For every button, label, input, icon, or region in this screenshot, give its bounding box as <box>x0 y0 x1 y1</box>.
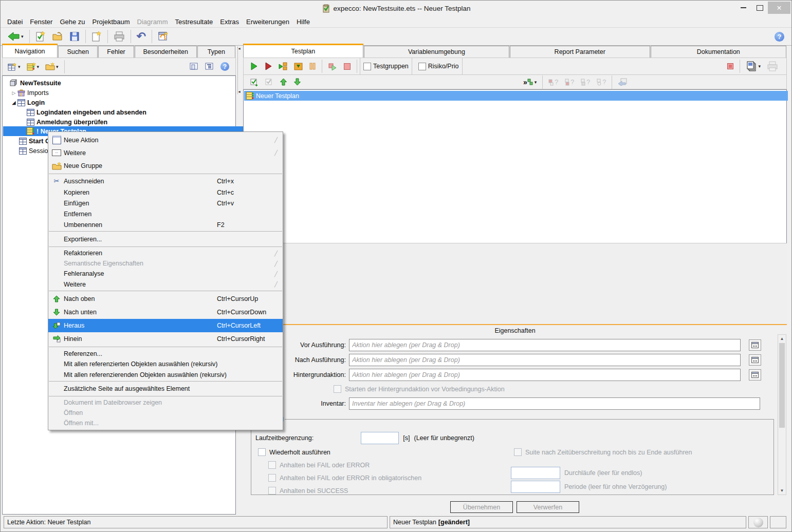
new-testplan-dropdown-icon[interactable]: ▾ <box>37 64 40 69</box>
new-group-button[interactable]: ▾ <box>42 59 62 74</box>
move-down-button[interactable] <box>290 74 304 90</box>
query-state-1-button[interactable]: ? <box>545 74 561 90</box>
cm-ausschneiden[interactable]: ✂ Ausschneiden Ctrl+x <box>48 175 283 187</box>
cm-referenzen[interactable]: Referenzen... <box>48 348 283 359</box>
tab-typen[interactable]: Typen <box>197 46 235 58</box>
cm-umbenennen[interactable]: Umbenennen F2 <box>48 219 283 230</box>
tab-variablenumgebung[interactable]: Variablenumgebung <box>364 46 509 58</box>
tree-item-root[interactable]: NewTestsuite <box>3 78 241 88</box>
halt-fail-oblig-checkbox[interactable] <box>268 474 276 482</box>
post-action-picker-button[interactable] <box>749 354 761 366</box>
print-report-button[interactable] <box>764 59 781 74</box>
scrollbar-thumb[interactable] <box>779 343 785 428</box>
undo-button[interactable]: ↶ <box>134 29 149 44</box>
tree-item-logindaten[interactable]: Logindaten eingeben und absenden <box>3 107 259 117</box>
tab-fehler[interactable]: Fehler <box>98 46 134 58</box>
remove-check-button[interactable] <box>262 74 277 90</box>
tab-dokumentation[interactable]: Dokumentation <box>651 46 787 58</box>
cm-heraus[interactable]: Heraus Ctrl+CursorLeft <box>48 319 283 332</box>
tree-item-imports[interactable]: ▷ Imports <box>3 88 242 98</box>
new-group-dropdown-icon[interactable]: ▾ <box>56 64 59 69</box>
maximize-button[interactable] <box>751 2 768 14</box>
cm-fehleranalyse[interactable]: Fehleranalyse ╱ <box>48 269 283 279</box>
period-field[interactable] <box>511 481 560 493</box>
query-state-2-button[interactable]: ? <box>561 74 577 90</box>
cm-mit-referenzierten[interactable]: Mit allen referenzierten Objekten auswäh… <box>48 359 283 369</box>
tab-report-parameter[interactable]: Report Parameter <box>510 46 650 58</box>
testgruppen-checkbox[interactable]: Testgruppen <box>360 58 412 74</box>
new-action-dropdown-icon[interactable]: ▾ <box>18 64 21 69</box>
show-details-button[interactable] <box>187 59 202 74</box>
pause-button[interactable] <box>306 59 319 74</box>
print-button[interactable] <box>110 29 128 44</box>
cm-zusaetzliche-seite[interactable]: Zusätzliche Seite auf ausgewähltes Eleme… <box>48 383 283 395</box>
risiko-checkbox[interactable]: Risiko/Prio <box>415 58 463 74</box>
menu-projektbaum[interactable]: Projektbaum <box>89 17 134 27</box>
inventar-field[interactable] <box>349 397 760 410</box>
properties-scrollbar[interactable]: ▲ ▼ <box>778 334 786 495</box>
cm-weitere[interactable]: Weitere ╱ <box>48 279 283 290</box>
tab-suchen[interactable]: Suchen <box>58 46 98 58</box>
save-button[interactable] <box>66 29 83 44</box>
menu-testresultate[interactable]: Testresultate <box>172 17 217 27</box>
risiko-checkbox-box[interactable] <box>418 63 426 70</box>
halt-fail-checkbox[interactable] <box>268 461 276 469</box>
abort-button[interactable] <box>724 59 737 74</box>
add-check-button[interactable] <box>247 74 262 90</box>
move-up-button[interactable] <box>277 74 290 90</box>
background-action-picker-button[interactable] <box>749 369 761 381</box>
report-pages-button[interactable]: ▾ <box>743 59 764 74</box>
new-action-button[interactable]: ▾ <box>5 59 24 74</box>
menu-extras[interactable]: Extras <box>216 17 243 27</box>
settings-button[interactable] <box>155 29 172 44</box>
repeat-checkbox[interactable] <box>258 448 266 456</box>
background-action-field[interactable] <box>349 369 741 381</box>
cm-kopieren[interactable]: Kopieren Ctrl+c <box>48 187 283 198</box>
expander-expanded-icon[interactable]: ◢ <box>10 100 17 105</box>
report-dropdown-icon[interactable]: ▾ <box>758 64 761 69</box>
iterations-field[interactable] <box>511 467 560 479</box>
back-button[interactable]: ▾ <box>5 29 27 44</box>
menu-fenster[interactable]: Fenster <box>26 17 56 27</box>
tab-besonderheiten[interactable]: Besonderheiten <box>135 46 197 58</box>
testplan-list-selected-row[interactable]: Neuer Testplan <box>244 91 788 101</box>
tab-testplan[interactable]: Testplan <box>243 44 363 58</box>
expander-collapsed-icon[interactable]: ▷ <box>10 90 17 96</box>
goto-button[interactable] <box>615 74 630 90</box>
background-start-checkbox[interactable] <box>334 385 341 393</box>
run-from-button[interactable] <box>291 59 306 74</box>
scroll-down-icon[interactable]: ▼ <box>778 487 786 495</box>
accept-button[interactable] <box>32 29 49 44</box>
stop-button[interactable] <box>340 59 354 74</box>
run-with-debugger-button[interactable] <box>261 59 275 74</box>
suite-finish-checkbox[interactable] <box>514 448 522 456</box>
run-through-dropdown-icon[interactable]: ▾ <box>535 80 537 85</box>
halt-success-checkbox[interactable] <box>268 487 276 495</box>
cm-nach-unten[interactable]: Nach unten Ctrl+CursorDown <box>48 306 283 319</box>
menu-hilfe[interactable]: Hilfe <box>293 17 314 27</box>
tree-help-button[interactable]: ? <box>217 59 232 74</box>
apply-button[interactable]: Übernehmen <box>450 501 513 513</box>
query-state-3-button[interactable]: ? <box>577 74 593 90</box>
show-tree-button[interactable] <box>202 59 217 74</box>
cm-neue-gruppe[interactable]: Neue Gruppe <box>48 159 283 173</box>
open-button[interactable] <box>49 29 66 44</box>
new-testplan-button[interactable]: ▾ <box>24 59 43 74</box>
post-action-field[interactable] <box>349 354 741 366</box>
tree-item-login[interactable]: ◢ Login <box>3 98 242 107</box>
cm-refaktorieren[interactable]: Refaktorieren ╱ <box>48 248 283 258</box>
run-button[interactable] <box>247 59 261 74</box>
cm-nach-oben[interactable]: Nach oben Ctrl+CursorUp <box>48 292 283 306</box>
testgruppen-checkbox-box[interactable] <box>363 63 371 70</box>
menu-datei[interactable]: Datei <box>4 17 26 27</box>
menu-gehe-zu[interactable]: Gehe zu <box>56 17 88 27</box>
cm-exportieren[interactable]: Exportieren... <box>48 233 283 245</box>
cm-weitere-neu[interactable]: ... Weitere ╱ <box>48 146 283 159</box>
back-dropdown-icon[interactable]: ▾ <box>21 34 24 39</box>
tree-item-anmeldung[interactable]: Anmeldung überprüfen <box>3 117 259 127</box>
cm-mit-referenzierenden[interactable]: Mit allen referenzierenden Objekten ausw… <box>48 369 283 380</box>
scroll-up-icon[interactable]: ▲ <box>778 335 786 343</box>
pre-action-picker-button[interactable] <box>749 339 761 351</box>
close-button[interactable]: ✕ <box>768 2 790 14</box>
cm-hinein[interactable]: Hinein Ctrl+CursorRight <box>48 332 283 346</box>
